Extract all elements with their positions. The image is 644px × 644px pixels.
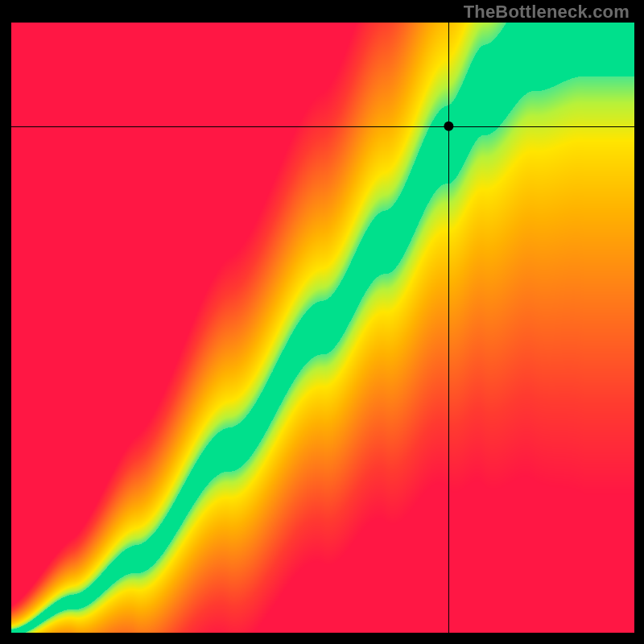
crosshair-overlay — [11, 23, 634, 633]
watermark-text: TheBottleneck.com — [464, 2, 630, 23]
chart-stage: TheBottleneck.com — [0, 0, 644, 644]
